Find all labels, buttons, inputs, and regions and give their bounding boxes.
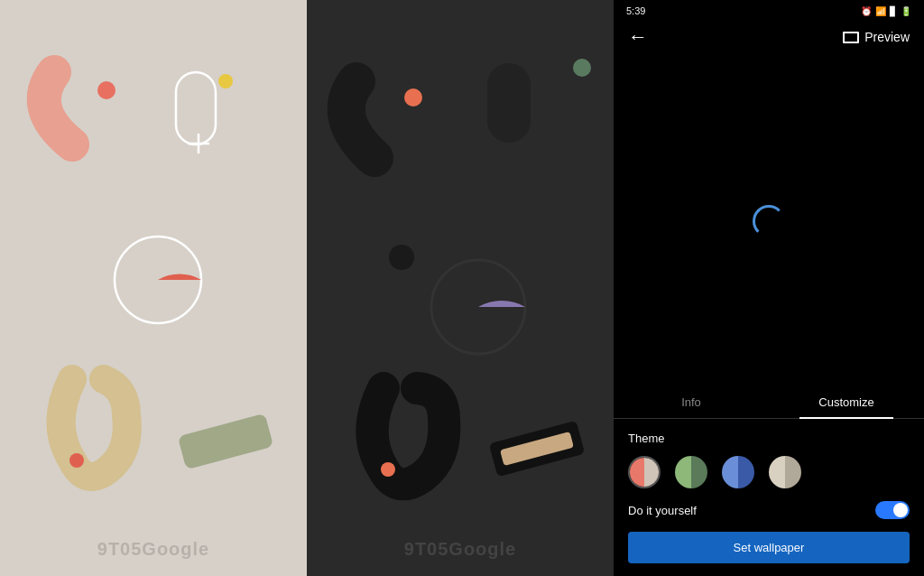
tabs-container: Info Customize — [614, 386, 924, 419]
tab-customize[interactable]: Customize — [769, 386, 924, 418]
battery-icon: 🔋 — [901, 6, 911, 16]
status-time: 5:39 — [626, 5, 645, 16]
do-it-yourself-row: Do it yourself — [628, 501, 910, 519]
svg-point-11 — [389, 245, 414, 270]
panel-light: 9T05Google — [0, 0, 307, 576]
theme-circle-3[interactable] — [722, 456, 754, 488]
back-button[interactable]: ← — [628, 25, 648, 49]
diy-label: Do it yourself — [628, 504, 697, 517]
wifi-icon: 📶 — [875, 6, 886, 16]
svg-point-10 — [573, 59, 591, 77]
preview-button[interactable]: Preview — [843, 30, 910, 44]
watermark-dark: 9T05Google — [404, 539, 516, 560]
theme-label: Theme — [628, 432, 910, 445]
svg-rect-7 — [178, 413, 273, 470]
svg-point-13 — [381, 462, 395, 477]
preview-box-icon — [843, 32, 859, 43]
phone-toolbar: ← Preview — [614, 18, 924, 56]
loading-spinner — [753, 205, 785, 237]
svg-point-8 — [404, 88, 422, 107]
alarm-icon: ⏰ — [861, 6, 872, 16]
theme-circle-4[interactable] — [769, 456, 801, 488]
bottom-section: Theme Do it — [614, 419, 924, 576]
watermark-light: 9T05Google — [97, 539, 209, 560]
svg-point-4 — [218, 74, 233, 88]
svg-rect-9 — [487, 63, 531, 143]
diy-toggle[interactable] — [875, 501, 910, 519]
theme-circles — [628, 456, 910, 488]
toggle-knob — [893, 503, 908, 517]
svg-point-0 — [97, 81, 116, 99]
panel-dark: 9T05Google — [307, 0, 614, 576]
preview-label: Preview — [864, 30, 910, 44]
svg-rect-1 — [176, 72, 216, 144]
phone-main — [614, 56, 924, 386]
theme-circle-1[interactable] — [628, 456, 661, 488]
tab-info[interactable]: Info — [614, 386, 769, 418]
loading-area — [753, 56, 785, 386]
set-wallpaper-button[interactable]: Set wallpaper — [628, 532, 910, 563]
svg-point-6 — [69, 453, 84, 468]
theme-circle-2[interactable] — [675, 456, 707, 488]
signal-icon: ▊ — [890, 6, 897, 16]
panel-phone: 5:39 ⏰ 📶 ▊ 🔋 ← Preview Info Customize Th… — [614, 0, 924, 576]
status-bar: 5:39 ⏰ 📶 ▊ 🔋 — [614, 0, 924, 18]
status-icons: ⏰ 📶 ▊ 🔋 — [861, 6, 911, 16]
